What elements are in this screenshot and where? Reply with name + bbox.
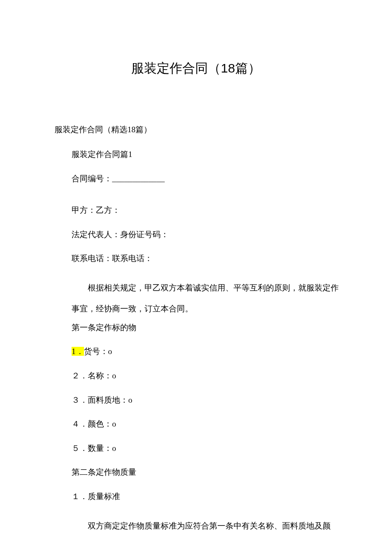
phones-line: 联系电话：联系电话： (72, 253, 341, 264)
clause-1-item-1: 1．货号：o (72, 346, 341, 357)
document-title: 服装定作合同（18篇） (51, 60, 341, 77)
highlight-1: 1． (72, 347, 84, 356)
spacer (72, 197, 341, 205)
document-subtitle: 服装定作合同（精选18篇） (55, 124, 341, 135)
parties-line: 甲方：乙方： (72, 205, 341, 216)
clause-1-item-3: ３．面料质地：o (72, 395, 341, 406)
clause-1-item-5: ５．数量：o (72, 443, 341, 454)
clause-2-title: 第二条定作物质量 (72, 467, 341, 478)
content-block: 服装定作合同篇1 合同编号：_____________ 甲方：乙方： 法定代表人… (51, 149, 341, 536)
clause-1-item-2: ２．名称：o (72, 370, 341, 382)
clause-2-body: 双方商定定作物质量标准为应符合第一条中有关名称、面料质地及颜 (72, 515, 341, 536)
preamble-text: 根据相关规定，甲乙双方本着诚实信用、平等互利的原则，就服装定作事宜，经协商一致，… (72, 277, 341, 320)
legal-rep-line: 法定代表人：身份证号码： (72, 229, 341, 241)
clause-2-item-1: １．质量标准 (72, 491, 341, 503)
clause-1-title: 第一条定作标的物 (72, 322, 341, 334)
contract-number-line: 合同编号：_____________ (72, 173, 341, 185)
document-page: 服装定作合同（18篇） 服装定作合同（精选18篇） 服装定作合同篇1 合同编号：… (0, 0, 392, 555)
clause-1-item-4: ４．颜色：o (72, 418, 341, 430)
item-1-text: 货号：o (84, 347, 112, 356)
section-heading: 服装定作合同篇1 (72, 149, 341, 160)
